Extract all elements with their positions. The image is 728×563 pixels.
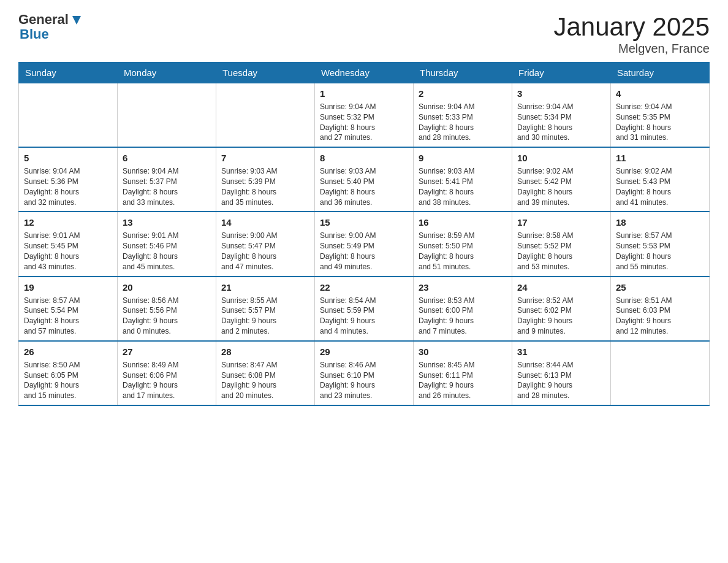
day-info: and 27 minutes. bbox=[320, 132, 408, 143]
title-block: January 2025 Melgven, France bbox=[553, 12, 710, 56]
day-info: Sunrise: 8:54 AM bbox=[320, 296, 408, 306]
day-number: 8 bbox=[320, 151, 408, 164]
day-number: 16 bbox=[419, 216, 507, 229]
day-info: Daylight: 8 hours bbox=[123, 187, 211, 197]
day-info: and 55 minutes. bbox=[616, 262, 704, 272]
day-number: 13 bbox=[123, 216, 211, 229]
day-info: and 28 minutes. bbox=[517, 391, 605, 401]
day-info: Sunset: 5:32 PM bbox=[320, 112, 408, 123]
day-info: Sunset: 5:43 PM bbox=[616, 177, 704, 187]
logo-blue-text: Blue bbox=[20, 27, 83, 42]
day-number: 7 bbox=[221, 151, 309, 164]
day-info: Sunrise: 8:55 AM bbox=[221, 296, 309, 306]
day-info: Daylight: 8 hours bbox=[221, 251, 309, 262]
calendar-cell: 4Sunrise: 9:04 AMSunset: 5:35 PMDaylight… bbox=[611, 83, 710, 148]
day-number: 29 bbox=[320, 345, 408, 358]
day-number: 12 bbox=[24, 216, 112, 229]
day-number: 31 bbox=[517, 345, 605, 358]
calendar-cell: 15Sunrise: 9:00 AMSunset: 5:49 PMDayligh… bbox=[315, 212, 414, 276]
day-info: Daylight: 9 hours bbox=[123, 380, 211, 391]
day-info: Sunrise: 9:04 AM bbox=[24, 166, 112, 177]
logo-triangle-icon bbox=[70, 13, 83, 27]
calendar-cell: 13Sunrise: 9:01 AMSunset: 5:46 PMDayligh… bbox=[118, 212, 216, 276]
day-info: Daylight: 8 hours bbox=[24, 187, 112, 197]
day-info: and 28 minutes. bbox=[419, 132, 507, 143]
calendar-day-header: Saturday bbox=[611, 63, 710, 83]
svg-marker-0 bbox=[72, 16, 81, 25]
day-info: Sunset: 5:33 PM bbox=[419, 112, 507, 123]
calendar-cell: 26Sunrise: 8:50 AMSunset: 6:05 PMDayligh… bbox=[19, 341, 118, 405]
day-number: 2 bbox=[419, 87, 507, 100]
day-info: and 7 minutes. bbox=[419, 326, 507, 337]
day-info: Daylight: 8 hours bbox=[320, 187, 408, 197]
day-info: Sunrise: 9:00 AM bbox=[221, 231, 309, 241]
calendar-cell: 23Sunrise: 8:53 AMSunset: 6:00 PMDayligh… bbox=[414, 277, 512, 341]
calendar-cell: 20Sunrise: 8:56 AMSunset: 5:56 PMDayligh… bbox=[118, 277, 216, 341]
day-info: Sunset: 5:57 PM bbox=[221, 305, 309, 316]
calendar-cell: 1Sunrise: 9:04 AMSunset: 5:32 PMDaylight… bbox=[315, 83, 414, 148]
day-info: Daylight: 8 hours bbox=[616, 251, 704, 262]
day-number: 20 bbox=[123, 281, 211, 294]
day-info: Sunset: 5:42 PM bbox=[517, 177, 605, 187]
day-info: Sunset: 5:41 PM bbox=[419, 177, 507, 187]
day-info: and 0 minutes. bbox=[123, 326, 211, 337]
day-info: Daylight: 8 hours bbox=[517, 187, 605, 197]
calendar-header-row: SundayMondayTuesdayWednesdayThursdayFrid… bbox=[19, 63, 710, 83]
day-info: Sunset: 6:11 PM bbox=[419, 370, 507, 381]
day-info: Sunrise: 9:04 AM bbox=[517, 102, 605, 112]
day-info: Sunset: 5:47 PM bbox=[221, 241, 309, 251]
day-info: Sunrise: 9:01 AM bbox=[24, 231, 112, 241]
day-info: and 23 minutes. bbox=[320, 391, 408, 401]
page-subtitle: Melgven, France bbox=[553, 42, 710, 56]
day-number: 11 bbox=[616, 151, 704, 164]
day-info: Sunset: 5:36 PM bbox=[24, 177, 112, 187]
day-info: Sunrise: 8:50 AM bbox=[24, 360, 112, 370]
calendar-day-header: Friday bbox=[512, 63, 611, 83]
day-info: Daylight: 9 hours bbox=[419, 316, 507, 326]
day-info: Sunset: 5:35 PM bbox=[616, 112, 704, 123]
day-info: Sunset: 5:45 PM bbox=[24, 241, 112, 251]
calendar-cell bbox=[611, 341, 710, 405]
day-info: Sunset: 5:56 PM bbox=[123, 305, 211, 316]
day-info: Sunrise: 8:49 AM bbox=[123, 360, 211, 370]
day-info: Sunrise: 8:46 AM bbox=[320, 360, 408, 370]
day-info: Sunrise: 9:04 AM bbox=[320, 102, 408, 112]
logo: General Blue bbox=[18, 12, 83, 42]
calendar-cell: 17Sunrise: 8:58 AMSunset: 5:52 PMDayligh… bbox=[512, 212, 611, 276]
day-number: 21 bbox=[221, 281, 309, 294]
day-info: Sunrise: 8:59 AM bbox=[419, 231, 507, 241]
day-number: 6 bbox=[123, 151, 211, 164]
day-info: and 57 minutes. bbox=[24, 326, 112, 337]
day-info: Sunset: 5:34 PM bbox=[517, 112, 605, 123]
day-info: and 9 minutes. bbox=[517, 326, 605, 337]
day-info: Daylight: 8 hours bbox=[419, 187, 507, 197]
page-header: General Blue January 2025 Melgven, Franc… bbox=[18, 12, 710, 56]
day-info: Sunrise: 8:45 AM bbox=[419, 360, 507, 370]
calendar-cell: 16Sunrise: 8:59 AMSunset: 5:50 PMDayligh… bbox=[414, 212, 512, 276]
day-info: Daylight: 9 hours bbox=[24, 380, 112, 391]
day-info: Sunset: 5:40 PM bbox=[320, 177, 408, 187]
day-info: Sunrise: 8:53 AM bbox=[419, 296, 507, 306]
day-number: 3 bbox=[517, 87, 605, 100]
calendar-table: SundayMondayTuesdayWednesdayThursdayFrid… bbox=[18, 62, 710, 406]
day-info: Daylight: 8 hours bbox=[419, 123, 507, 133]
calendar-cell: 3Sunrise: 9:04 AMSunset: 5:34 PMDaylight… bbox=[512, 83, 611, 148]
day-info: Sunrise: 8:58 AM bbox=[517, 231, 605, 241]
calendar-cell: 25Sunrise: 8:51 AMSunset: 6:03 PMDayligh… bbox=[611, 277, 710, 341]
day-info: Daylight: 9 hours bbox=[616, 316, 704, 326]
day-info: and 32 minutes. bbox=[24, 197, 112, 208]
day-info: and 33 minutes. bbox=[123, 197, 211, 208]
day-info: and 35 minutes. bbox=[221, 197, 309, 208]
calendar-cell: 10Sunrise: 9:02 AMSunset: 5:42 PMDayligh… bbox=[512, 147, 611, 212]
day-info: and 15 minutes. bbox=[24, 391, 112, 401]
calendar-cell: 8Sunrise: 9:03 AMSunset: 5:40 PMDaylight… bbox=[315, 147, 414, 212]
day-info: Sunset: 5:46 PM bbox=[123, 241, 211, 251]
logo-general-text: General bbox=[18, 12, 69, 27]
day-info: and 49 minutes. bbox=[320, 262, 408, 272]
day-info: and 30 minutes. bbox=[517, 132, 605, 143]
calendar-cell: 29Sunrise: 8:46 AMSunset: 6:10 PMDayligh… bbox=[315, 341, 414, 405]
day-info: Sunset: 5:39 PM bbox=[221, 177, 309, 187]
day-info: Sunrise: 8:47 AM bbox=[221, 360, 309, 370]
day-info: Daylight: 8 hours bbox=[221, 187, 309, 197]
page-title: January 2025 bbox=[553, 12, 710, 42]
